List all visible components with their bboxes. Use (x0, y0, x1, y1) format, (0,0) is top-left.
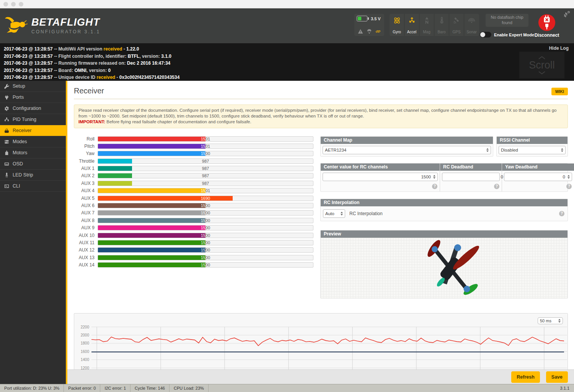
refresh-button[interactable]: Refresh (511, 371, 540, 383)
channel-label: AUX 6 (74, 203, 95, 208)
log-panel: 2017-06-23 @ 13:28:57 -- MultiWii API ve… (0, 43, 574, 81)
channel-bar-fill: 1500 (98, 151, 205, 156)
battery-icon (357, 16, 369, 21)
warning-icon (358, 29, 363, 34)
status-segment: CPU Load: 23% (170, 384, 209, 392)
gps-icon (453, 16, 461, 24)
app-window: BETAFLIGHT CONFIGURATOR 3.1.1 3.5 V (0, 0, 574, 392)
channel-bar-fill: 987 (98, 173, 132, 178)
app-version: 3.1.1 (560, 384, 574, 392)
plug-icon (4, 95, 9, 100)
log-scroll-indicator[interactable]: Scroll (519, 52, 564, 78)
channel-bar: 987987 (98, 173, 313, 178)
channel-row: AUX 815001500 (74, 218, 315, 223)
sensor-gyro: Gyro (390, 14, 404, 36)
sensor-label: GPS (452, 30, 460, 34)
channel-row: AUX 516901690 (74, 196, 315, 201)
help-icon[interactable]: ? (432, 184, 437, 189)
channel-row: Pitch15011501 (74, 144, 315, 149)
sensor-label: Accel (407, 30, 416, 34)
failsafe-icon (367, 29, 372, 34)
app-subtitle: CONFIGURATOR 3.1.1 (31, 29, 100, 34)
window-zoom-button[interactable] (19, 2, 23, 7)
settings-gears-icon[interactable] (563, 11, 571, 18)
hide-log-link[interactable]: Hide Log (549, 46, 569, 51)
yaw-deadband-input[interactable] (506, 175, 567, 179)
battery-voltage: 3.5 V (371, 16, 381, 21)
log-line: 2017-06-23 @ 13:28:57 -- Running firmwar… (4, 60, 574, 67)
sidebar-item-label: Modes (13, 139, 27, 144)
window-titlebar (0, 0, 574, 8)
channel-bar-fill: 1500 (98, 240, 205, 245)
status-bar: Port utilization: D: 23% U: 3%Packet err… (0, 384, 574, 392)
mag-icon (423, 16, 431, 24)
stepper-arrows-icon[interactable] (567, 175, 570, 179)
link-icon (375, 29, 381, 34)
channel-row: Yaw15001500 (74, 151, 315, 156)
tab-content: Receiver WIKI Please read receiver chapt… (66, 81, 574, 384)
channel-label: AUX 8 (74, 218, 95, 223)
channel-bars: Roll15011501Pitch15011501Yaw15001500Thro… (74, 136, 315, 270)
center-value-input[interactable] (325, 175, 433, 179)
channel-bar-fill: 1501 (98, 137, 205, 141)
center-value-header: Center value for RC channels (321, 163, 440, 171)
rc-interpolation-select[interactable]: Auto (323, 209, 345, 218)
log-lines: 2017-06-23 @ 13:28:57 -- MultiWii API ve… (4, 46, 574, 81)
channel-bar-fill: 1500 (98, 263, 205, 267)
sidebar-item-osd[interactable]: OSD (0, 158, 66, 170)
channel-row: AUX 715001500 (74, 210, 315, 216)
rc-interpolation-value: Auto (325, 211, 334, 216)
channel-label: Roll (74, 136, 95, 142)
channel-bar-fill: 1500 (98, 218, 205, 223)
disconnect-button[interactable]: Disconnect (535, 14, 559, 38)
sidebar-item-motors[interactable]: Motors (0, 147, 66, 158)
window-close-button[interactable] (3, 2, 8, 7)
channel-row: AUX 2987987 (74, 173, 315, 178)
sidebar-item-pid-tuning[interactable]: PID Tuning (0, 114, 66, 125)
svg-text:1400: 1400 (81, 358, 90, 362)
channel-row: AUX 3987987 (74, 181, 315, 186)
channel-row: Throttle987987 (74, 158, 315, 164)
channel-row: AUX 1215001500 (74, 247, 315, 253)
model-preview[interactable] (321, 238, 567, 298)
sidebar-item-setup[interactable]: Setup (0, 81, 66, 92)
channel-row: AUX 1115001500 (74, 240, 315, 245)
channel-map-value: AETR1234 (325, 148, 346, 152)
disconnect-label: Disconnect (535, 33, 559, 38)
wiki-button[interactable]: WIKI (551, 88, 568, 95)
graph-interval-select[interactable]: 50 ms (538, 317, 563, 324)
sidebar-item-cli[interactable]: CLI (0, 181, 66, 192)
expert-mode-toggle[interactable] (480, 32, 491, 38)
sonar-icon (468, 16, 476, 24)
save-button[interactable]: Save (546, 371, 568, 383)
rssi-channel-select[interactable]: Disabled (499, 146, 566, 154)
sidebar-item-led-strip[interactable]: LED Strip (0, 170, 66, 181)
cli-icon (4, 184, 9, 189)
help-icon[interactable]: ? (559, 211, 564, 216)
bee-logo-icon (4, 15, 28, 37)
channel-bar-fill: 1500 (98, 233, 205, 238)
receiver-note: Please read receiver chapter of the docu… (74, 105, 568, 128)
status-segment: Cycle Time: 146 (130, 384, 170, 392)
dataflash-button[interactable]: No dataflash chip found (486, 14, 528, 27)
sensor-sonar: Sonar (464, 14, 479, 36)
modes-icon (4, 139, 9, 144)
help-icon[interactable]: ? (566, 184, 572, 189)
log-line: 2017-06-23 @ 13:28:57 -- Flight controll… (4, 53, 574, 60)
window-minimize-button[interactable] (11, 2, 16, 7)
channel-label: AUX 9 (74, 225, 95, 230)
stepper-arrows-icon[interactable] (433, 175, 435, 179)
stepper-arrows-icon (486, 148, 489, 152)
rc-deadband-input[interactable] (444, 175, 506, 179)
stepper-arrows-icon (558, 319, 561, 323)
sidebar-item-modes[interactable]: Modes (0, 136, 66, 147)
baro-icon (438, 16, 446, 24)
sidebar-item-receiver[interactable]: Receiver (0, 125, 66, 136)
sidebar-item-ports[interactable]: Ports (0, 92, 66, 103)
channel-map-select[interactable]: AETR1234 (323, 146, 491, 154)
channel-bar-fill: 1500 (98, 248, 205, 252)
betaflight-logo: BETAFLIGHT CONFIGURATOR 3.1.1 (4, 15, 100, 37)
channel-bar: 15001500 (98, 151, 313, 156)
sidebar-item-configuration[interactable]: Configuration (0, 103, 66, 114)
help-icon[interactable]: ? (494, 184, 499, 189)
